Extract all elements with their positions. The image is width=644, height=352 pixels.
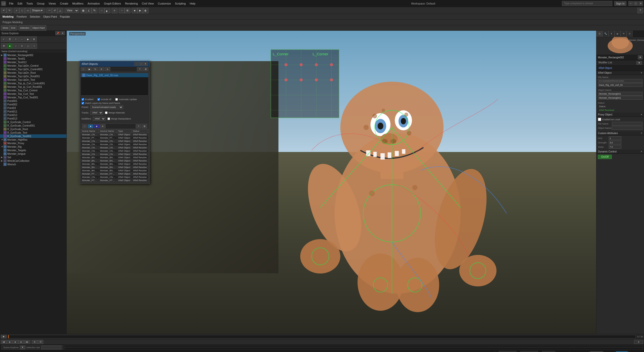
end-result[interactable]: End <box>10 25 17 31</box>
expand-icon22[interactable] <box>1 128 4 130</box>
xref-table-row[interactable]: Monster_CNT_C_Spin... Monster_CNT_C_Spin… <box>81 140 148 143</box>
expand-icon10[interactable] <box>1 86 4 88</box>
xtable-btn2[interactable]: ■ <box>88 124 93 128</box>
dynamic-control-header[interactable]: Dynamic Control ▼ <box>596 150 644 154</box>
tab-freeform[interactable]: Freeform <box>15 15 28 18</box>
render-frame[interactable]: ◐ <box>143 8 149 13</box>
rpanel-pin-btn[interactable]: ▼ <box>638 55 642 59</box>
tree-item-monster-text01[interactable]: T Monster_Text01 <box>0 57 66 60</box>
menu-modifiers[interactable]: Modifiers <box>70 2 86 6</box>
expand-icon8[interactable] <box>1 79 4 81</box>
minimize-button[interactable]: − <box>628 1 633 6</box>
tree-item-control3[interactable]: C Monster_Top_ip_Curl_Control001 <box>0 82 66 85</box>
tree-item-point012[interactable]: P Point012 <box>0 113 66 117</box>
z-coord[interactable] <box>542 351 555 352</box>
tracks-select[interactable]: XRef <box>90 111 103 115</box>
timeline-track[interactable] <box>8 335 636 338</box>
xref-close-btn[interactable]: ✕ <box>144 62 148 66</box>
scene-helper-toggle[interactable]: + <box>31 43 37 49</box>
y-coord[interactable] <box>520 351 538 352</box>
go-end-btn[interactable]: ⏭ <box>24 340 30 344</box>
prev-frame-btn[interactable]: ⏴ <box>7 340 12 344</box>
custom-attrs-header[interactable]: Custom Attributes ▼ <box>596 131 644 135</box>
scene-footer-btn[interactable]: ▼ <box>20 346 25 349</box>
expand-icon15[interactable] <box>1 103 4 106</box>
tab-populate[interactable]: Populate <box>58 15 71 18</box>
tree-item-text3[interactable]: T Monster_Top_Curl_Text001 <box>0 96 66 99</box>
menu-customize[interactable]: Customize <box>156 2 173 6</box>
rotate-button[interactable]: ↺ <box>52 8 57 13</box>
tree-item-root1[interactable]: R Monster_Top.UpDn_Root <box>0 71 66 74</box>
layer-manager[interactable]: ≡ <box>112 8 117 13</box>
help-button[interactable]: ? <box>637 8 643 13</box>
rtab-modify[interactable]: 🔧 <box>602 31 609 37</box>
tab-modeling[interactable]: Modeling <box>1 15 15 18</box>
expand-icon18[interactable] <box>1 114 4 116</box>
xref-file-item[interactable]: F Dave_Rig_100_xref_00.max <box>81 73 148 77</box>
expand-icon26[interactable] <box>1 142 4 144</box>
col-status[interactable]: Status <box>132 129 148 133</box>
shapes-dropdown[interactable]: Shapes ▼ <box>30 8 45 13</box>
time-config-btn[interactable]: ⏱ <box>38 340 43 344</box>
x-coord[interactable] <box>499 351 516 352</box>
enabled-checkbox-row[interactable]: Enabled <box>82 98 93 101</box>
scene-pin-button[interactable]: 📌 <box>55 31 60 35</box>
menu-scripting[interactable]: Scripting <box>173 2 188 6</box>
xref-refresh-btn[interactable]: ↻ <box>93 67 98 71</box>
expand-icon16[interactable] <box>1 107 4 109</box>
tree-item-eyescale-text[interactable]: T R_EyeScale_Text <box>0 131 66 134</box>
render-setup[interactable]: ▶ <box>137 8 143 13</box>
tree-item-rig[interactable]: ▼ R Monster_Rig <box>0 145 66 148</box>
current-frame-input[interactable] <box>634 340 643 344</box>
col-scene-name[interactable]: Scene Name <box>81 129 99 133</box>
menu-civil-view[interactable]: Civil View <box>140 2 156 6</box>
proxy-obj-input[interactable] <box>612 126 642 130</box>
redo-button[interactable]: ↷ <box>7 8 12 13</box>
tab-selection[interactable]: Selection <box>28 15 42 18</box>
scene-select-all[interactable]: ✓ <box>1 36 7 42</box>
tree-item-point002[interactable]: P Point002 <box>0 103 66 106</box>
menu-graph-editors[interactable]: Graph Editors <box>102 2 123 6</box>
show-end-result[interactable]: Show <box>1 25 10 31</box>
xtable-btn3[interactable]: ■ <box>94 124 99 128</box>
rtab-motion[interactable]: ▶ <box>615 31 621 37</box>
expand-icon30[interactable]: ▶ <box>1 156 4 159</box>
scene-light-toggle[interactable]: ☀ <box>19 43 25 49</box>
tree-item-point001[interactable]: P Point001 <box>0 99 66 103</box>
scene-display-filter[interactable]: 👁 <box>1 43 7 49</box>
expand-icon13[interactable] <box>1 96 4 99</box>
include-all-checkbox-row[interactable]: Include All <box>97 98 111 101</box>
xref-table-row[interactable]: Monster_CNT_R_Eyes... Monster_CNT_R_Eyes… <box>81 149 148 153</box>
xref-settings-btn[interactable]: ⚙ <box>143 67 149 71</box>
material-editor[interactable]: ■ <box>132 8 137 13</box>
menu-animation[interactable]: Animation <box>86 2 102 6</box>
tree-item-root3[interactable]: R Monster_Top_ip_Curl_Root001 <box>0 85 66 89</box>
scene-tree[interactable]: ▶ B Monster_Rectangle002 T Monster_Text0… <box>0 53 66 334</box>
object-paint-btn[interactable]: Object Paint <box>31 25 46 31</box>
xtable-btn5[interactable]: ? <box>136 124 141 128</box>
xref-table-row[interactable]: Monster_BN_C_Spine0... Monster_BN_C_Spin… <box>81 166 148 169</box>
tab-object-paint[interactable]: Object Paint <box>42 15 58 18</box>
expand-icon23[interactable] <box>1 131 4 134</box>
xref-table-row[interactable]: Monster_BN_C_Spine04 Monster_BN_C_Spine0… <box>81 159 148 163</box>
enabled-checkbox[interactable] <box>82 98 84 101</box>
schematic-view[interactable]: ⊞ <box>125 8 130 13</box>
tree-item-set[interactable]: ▶ S Set <box>0 155 66 159</box>
tree-item-point013[interactable]: P Point013 <box>0 117 66 120</box>
xtable-btn6[interactable]: ⚙ <box>142 124 147 128</box>
expand-icon17[interactable] <box>1 110 4 113</box>
expand-icon19[interactable] <box>1 117 4 120</box>
menu-help[interactable]: Help <box>188 2 198 6</box>
xref-maximize-btn[interactable]: □ <box>139 62 143 66</box>
move-button[interactable]: ⭢ <box>46 8 52 13</box>
tree-item-eyescale-control[interactable]: C R_EyeScale_Control <box>0 120 66 124</box>
expand-icon9[interactable] <box>1 82 4 85</box>
merge-materials-row[interactable]: Merge Materials <box>105 110 125 115</box>
expand-icon2[interactable] <box>1 57 4 60</box>
scene-add[interactable]: + <box>13 36 19 42</box>
scene-delete[interactable]: − <box>19 36 25 42</box>
select-button[interactable]: ✓ <box>14 8 19 13</box>
next-frame-btn[interactable]: ⏵ <box>18 340 24 344</box>
proxy-object-header[interactable]: Proxy Object ▼ <box>596 113 644 117</box>
tree-item-point03[interactable]: P Point03 <box>0 106 66 110</box>
